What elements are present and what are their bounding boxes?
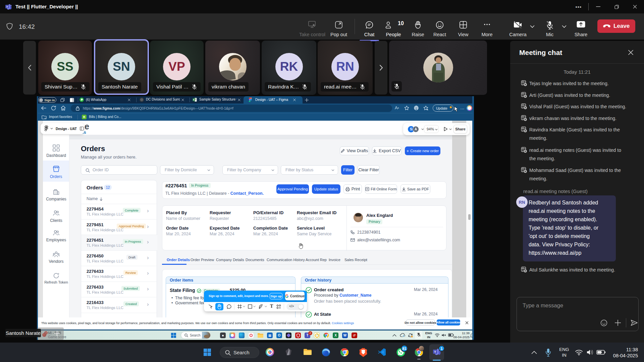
- svg-text:T: T: [434, 350, 436, 354]
- svg-text:X: X: [193, 99, 195, 101]
- svg-text:T: T: [6, 5, 8, 8]
